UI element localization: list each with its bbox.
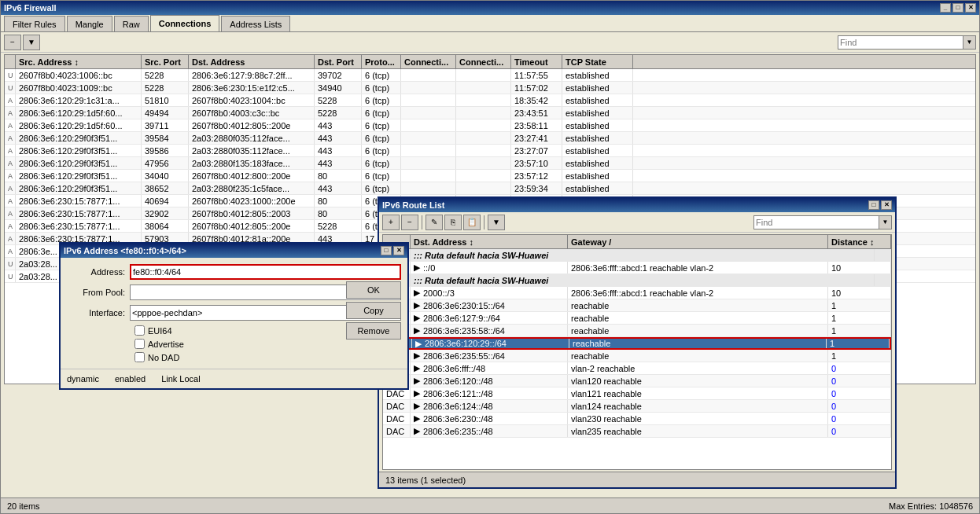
row-c2 (456, 94, 511, 106)
route-search-dropdown[interactable]: ▼ (879, 215, 892, 229)
col-connect1[interactable]: Connecti... (401, 55, 456, 68)
route-row[interactable]: DAC ▶2806:3e6:124::/48 vlan124 reachable… (383, 400, 891, 413)
search-dropdown-button[interactable]: ▼ (963, 35, 976, 50)
route-copy-button[interactable]: ⎘ (444, 215, 462, 230)
row-state: established (562, 157, 633, 169)
col-connect2[interactable]: Connecti... (456, 55, 511, 68)
connection-row[interactable]: A 2806:3e6:120:29f0f3f51... 38652 2a03:2… (5, 182, 975, 195)
tab-bar: Filter Rules Mangle Raw Connections Addr… (1, 15, 979, 32)
row-flag: A (5, 195, 16, 207)
route-row[interactable]: AS ▶::/0 2806:3e6:fff::abcd:1 reachable … (383, 262, 891, 274)
address-label: Address: (67, 267, 130, 277)
row-dport: 443 (315, 157, 362, 169)
connection-row[interactable]: U 2607f8b0:4023:1006::bc 5228 2806:3e6:1… (5, 69, 975, 82)
row-c1 (401, 82, 456, 94)
minus-button[interactable]: − (4, 35, 21, 50)
route-row[interactable]: DAC ▶2806:3e6:235::/48 vlan235 reachable… (383, 425, 891, 438)
route-group-label: ::: Ruta default hacia SW-Huawei (411, 249, 875, 261)
col-timeout[interactable]: Timeout (511, 55, 562, 68)
tab-filter-rules[interactable]: Filter Rules (4, 16, 65, 31)
connection-row[interactable]: A 2806:3e6:120:29f0f3f51... 39586 2a03:2… (5, 145, 975, 157)
row-dport: 34940 (315, 82, 362, 94)
connection-row[interactable]: A 2806:3e6:120:29:1d5f:60... 39711 2607f… (5, 119, 975, 132)
row-dport: 443 (315, 132, 362, 144)
advertise-checkbox[interactable] (134, 339, 145, 349)
route-col-distance[interactable]: Distance ↕ (828, 235, 891, 248)
tab-raw[interactable]: Raw (114, 16, 149, 31)
route-row-distance: 0 (828, 413, 891, 424)
ok-button[interactable]: OK (346, 281, 401, 299)
route-col-dst[interactable]: Dst. Address ↕ (411, 235, 568, 248)
row-flag: A (5, 182, 16, 194)
route-row-dst: ▶2806:3e6:124::/48 (411, 400, 568, 412)
eui64-checkbox[interactable] (134, 325, 145, 336)
row-timeout: 23:43:51 (511, 107, 562, 119)
route-paste-button[interactable]: 📋 (463, 215, 481, 230)
remove-button[interactable]: Remove (346, 322, 401, 340)
route-edit-button[interactable]: ✎ (426, 215, 443, 230)
minimize-button[interactable]: _ (940, 3, 951, 13)
route-col-gateway[interactable]: Gateway / (568, 235, 828, 248)
route-remove-button[interactable]: − (401, 215, 418, 230)
route-row[interactable]: DAS ▶2806:3e6:235:55::/64 reachable 1 (383, 350, 891, 362)
route-row[interactable]: DAS ▶2806:3e6:230:15::/64 reachable 1 (383, 299, 891, 312)
col-tcp-state[interactable]: TCP State (562, 55, 633, 68)
no-dad-checkbox[interactable] (134, 352, 145, 362)
search-input[interactable] (838, 35, 963, 50)
route-filter-button[interactable]: ▼ (488, 215, 505, 230)
copy-button[interactable]: Copy (346, 302, 401, 319)
route-row-flag: DAC (383, 413, 411, 424)
route-table: Dst. Address ↕ Gateway / Distance ↕ ::: … (382, 234, 892, 470)
row-dport: 80 (315, 195, 362, 207)
route-close-button[interactable]: ✕ (881, 200, 892, 210)
tab-mangle[interactable]: Mangle (67, 16, 112, 31)
row-src: 2607f8b0:4023:1006::bc (16, 69, 142, 81)
row-c2 (456, 82, 511, 94)
connection-row[interactable]: A 2806:3e6:120:29f0f3f51... 47956 2a03:2… (5, 157, 975, 170)
row-dport: 39702 (315, 69, 362, 81)
col-src-address[interactable]: Src. Address ↕ (16, 55, 142, 68)
dialog-close-button[interactable]: ✕ (393, 246, 404, 255)
route-row[interactable]: DAC ▶2806:3e6:120::/48 vlan120 reachable… (383, 375, 891, 387)
route-row[interactable]: DAS ▶2806:3e6:235:58::/64 reachable 1 (383, 325, 891, 337)
col-src-port[interactable]: Src. Port (142, 55, 189, 68)
search-box: ▼ (838, 35, 976, 50)
tab-address-lists[interactable]: Address Lists (221, 16, 290, 31)
row-timeout: 23:57:10 (511, 157, 562, 169)
route-row-gateway: vlan235 reachable (568, 425, 828, 437)
route-row[interactable]: DAC ▶2806:3e6:121::/48 vlan121 reachable… (383, 387, 891, 400)
filter-button[interactable]: ▼ (23, 35, 40, 50)
route-row[interactable]: DAS ▶2806:3e6:127:9::/64 reachable 1 (383, 312, 891, 325)
route-row-distance: 10 (828, 287, 891, 299)
col-dst-address[interactable]: Dst. Address (189, 55, 315, 68)
route-search-input[interactable] (753, 215, 879, 229)
route-maximize-button[interactable]: □ (868, 200, 879, 210)
route-row-distance: 0 (828, 362, 891, 374)
address-input[interactable] (130, 264, 401, 280)
dialog-maximize-button[interactable]: □ (381, 246, 392, 255)
route-row[interactable]: ::: Ruta default hacia SW-Huawei (383, 249, 891, 262)
route-row[interactable]: ::: Ruta default hacia SW-Huawei (383, 274, 891, 287)
route-add-button[interactable]: + (382, 215, 400, 230)
route-row[interactable]: DAS ▶2806:3e6:120:29::/64 reachable 1 (383, 337, 891, 350)
connection-row[interactable]: U 2607f8b0:4023:1009::bc 5228 2806:3e6:2… (5, 82, 975, 94)
route-row[interactable]: DAC ▶2806:3e6:230::/48 vlan230 reachable… (383, 413, 891, 425)
row-sport: 39586 (142, 145, 189, 156)
connection-row[interactable]: A 2806:3e6:120:29f0f3f51... 34040 2607f8… (5, 170, 975, 182)
route-row[interactable]: AS ▶2000::/3 2806:3e6:fff::abcd:1 reacha… (383, 287, 891, 299)
route-group-label: ::: Ruta default hacia SW-Huawei (411, 274, 875, 286)
row-flag: U (5, 82, 16, 94)
route-row-distance: 0 (828, 375, 891, 387)
row-c1 (401, 157, 456, 169)
row-c2 (456, 107, 511, 119)
col-proto[interactable]: Proto... (362, 55, 401, 68)
connection-row[interactable]: A 2806:3e6:120:29f0f3f51... 39584 2a03:2… (5, 132, 975, 145)
route-row[interactable]: DAC ▶2806:3e6:fff::/48 vlan-2 reachable … (383, 362, 891, 375)
maximize-button[interactable]: □ (952, 3, 963, 13)
col-dst-port[interactable]: Dst. Port (315, 55, 362, 68)
tab-connections[interactable]: Connections (150, 15, 220, 31)
close-button[interactable]: ✕ (965, 3, 976, 13)
items-count: 20 items (7, 501, 40, 511)
connection-row[interactable]: A 2806:3e6:120:29:1c31:a... 51810 2607f8… (5, 94, 975, 107)
connection-row[interactable]: A 2806:3e6:120:29:1d5f:60... 49494 2607f… (5, 107, 975, 119)
